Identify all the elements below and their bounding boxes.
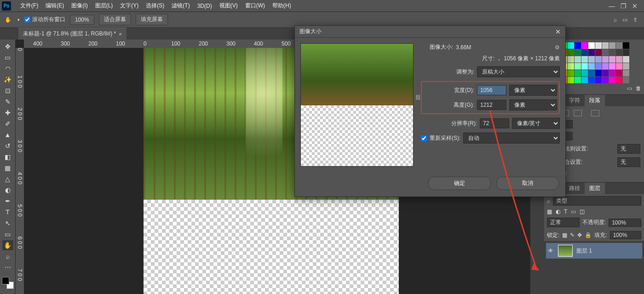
fill-input[interactable]: 100% (610, 231, 641, 239)
blur-tool-icon[interactable]: △ (2, 174, 13, 184)
filter-shape-icon[interactable]: ▭ (571, 208, 576, 215)
resample-select[interactable]: 自动 (463, 133, 560, 144)
menu-filter[interactable]: 滤镜(T) (168, 0, 193, 12)
width-input[interactable] (477, 85, 506, 95)
swatch[interactable] (609, 77, 615, 83)
swatch[interactable] (609, 42, 615, 49)
hyphen-select[interactable]: 无 (617, 144, 640, 154)
swatch[interactable] (575, 49, 581, 56)
scroll-all-checkbox[interactable]: 滚动所有窗口 (24, 16, 65, 23)
lock-pixels-icon[interactable]: ✎ (570, 232, 575, 238)
menu-file[interactable]: 文件(F) (17, 0, 42, 12)
swatch[interactable] (602, 49, 609, 56)
window-maximize-icon[interactable]: ❐ (621, 2, 627, 10)
stamp-tool-icon[interactable]: ▲ (2, 130, 13, 140)
move-tool-icon[interactable]: ✥ (2, 41, 13, 52)
healing-tool-icon[interactable]: ✚ (2, 108, 13, 118)
filter-pixel-icon[interactable]: ▦ (547, 208, 552, 215)
swatch[interactable] (588, 56, 595, 63)
filter-smart-icon[interactable]: ◫ (580, 208, 585, 215)
type-tool-icon[interactable]: T (2, 207, 13, 217)
swatch[interactable] (588, 42, 595, 49)
shape-tool-icon[interactable]: ▭ (2, 229, 13, 239)
swatch[interactable] (581, 49, 588, 56)
tab-char[interactable]: 字符 (564, 95, 585, 106)
height-input[interactable] (477, 100, 506, 110)
dialog-close-icon[interactable]: ✕ (555, 28, 561, 35)
resolution-input[interactable] (480, 118, 509, 128)
swatch[interactable] (616, 42, 622, 49)
spacing-select[interactable]: 无 (617, 157, 640, 167)
menu-layer[interactable]: 图层(L) (92, 0, 117, 12)
dims-chevron-icon[interactable]: ⌄ (497, 57, 501, 61)
swatch[interactable] (602, 77, 609, 83)
swatch[interactable] (602, 63, 609, 69)
justify-icon[interactable] (591, 110, 599, 116)
swatch[interactable] (602, 42, 609, 49)
swatch[interactable] (581, 56, 588, 63)
swatch[interactable] (568, 77, 574, 83)
delete-swatch-icon[interactable]: 🗑 (636, 85, 641, 92)
magic-wand-tool-icon[interactable]: ✨ (2, 75, 13, 85)
swatch[interactable] (575, 56, 581, 63)
swatch[interactable] (623, 77, 629, 83)
swatch[interactable] (595, 77, 602, 83)
search-icon[interactable]: ⌕ (614, 17, 617, 23)
tab-paths[interactable]: 路径 (564, 183, 585, 194)
menu-type[interactable]: 文字(Y) (116, 0, 142, 12)
swatch[interactable] (568, 56, 574, 63)
eraser-tool-icon[interactable]: ◧ (2, 152, 13, 162)
gradient-tool-icon[interactable]: ▦ (2, 163, 13, 173)
swatch[interactable] (581, 70, 588, 76)
share-icon[interactable]: ⇪ (633, 17, 638, 23)
blend-mode-select[interactable]: 正常 (547, 218, 580, 227)
align-right-icon[interactable] (574, 110, 582, 116)
resample-checkbox[interactable] (421, 135, 427, 141)
swatch[interactable] (575, 63, 581, 69)
tab-para[interactable]: 段落 (585, 95, 605, 106)
fit-screen-button[interactable]: 适合屏幕 (99, 14, 131, 25)
edit-toolbar-icon[interactable]: ⋯ (2, 262, 13, 272)
swatch[interactable] (588, 70, 595, 76)
chevron-down-icon[interactable]: ▾ (17, 17, 20, 22)
lock-all-icon[interactable]: 🔒 (585, 232, 592, 238)
swatch[interactable] (595, 42, 602, 49)
menu-3d[interactable]: 3D(D) (194, 1, 216, 11)
swatch[interactable] (609, 56, 615, 63)
fit-select[interactable]: 原稿大小 (477, 66, 560, 77)
swatch[interactable] (568, 63, 574, 69)
swatch[interactable] (609, 49, 615, 56)
height-unit-select[interactable]: 像素 (509, 99, 557, 110)
opacity-input[interactable]: 100% (609, 219, 641, 227)
swatch[interactable] (595, 49, 602, 56)
pen-tool-icon[interactable]: ✒ (2, 196, 13, 206)
foreground-color[interactable] (2, 277, 9, 284)
zoom-tool-icon[interactable]: ⌕ (2, 251, 13, 261)
hand-tool-icon[interactable]: ✋ (3, 15, 13, 25)
crop-tool-icon[interactable]: ⊡ (2, 86, 13, 96)
resolution-unit-select[interactable]: 像素/英寸 (512, 118, 560, 129)
swatch[interactable] (623, 63, 629, 69)
swatch[interactable] (575, 42, 581, 49)
swatch[interactable] (568, 70, 574, 76)
menu-view[interactable]: 视图(V) (216, 0, 242, 12)
fill-screen-button[interactable]: 填充屏幕 (136, 14, 168, 25)
swatch[interactable] (588, 77, 595, 83)
swatch[interactable] (623, 49, 629, 56)
visibility-icon[interactable]: 👁 (548, 248, 554, 254)
new-swatch-icon[interactable]: ▭ (627, 85, 632, 92)
filter-type-icon[interactable]: T (564, 208, 567, 215)
screen-mode-icon[interactable]: ▭ (622, 17, 627, 23)
marquee-tool-icon[interactable]: ▭ (2, 52, 13, 63)
swatch[interactable] (616, 56, 622, 63)
ok-button[interactable]: 确定 (428, 177, 491, 190)
zoom-100-button[interactable]: 100% (70, 15, 94, 25)
swatch[interactable] (616, 49, 622, 56)
menu-window[interactable]: 窗口(W) (242, 0, 269, 12)
swatch[interactable] (595, 70, 602, 76)
swatch[interactable] (623, 70, 629, 76)
cancel-button[interactable]: 取消 (496, 177, 559, 190)
swatch[interactable] (609, 63, 615, 69)
dodge-tool-icon[interactable]: ◐ (2, 185, 13, 195)
layer-name[interactable]: 图层 1 (576, 247, 592, 255)
